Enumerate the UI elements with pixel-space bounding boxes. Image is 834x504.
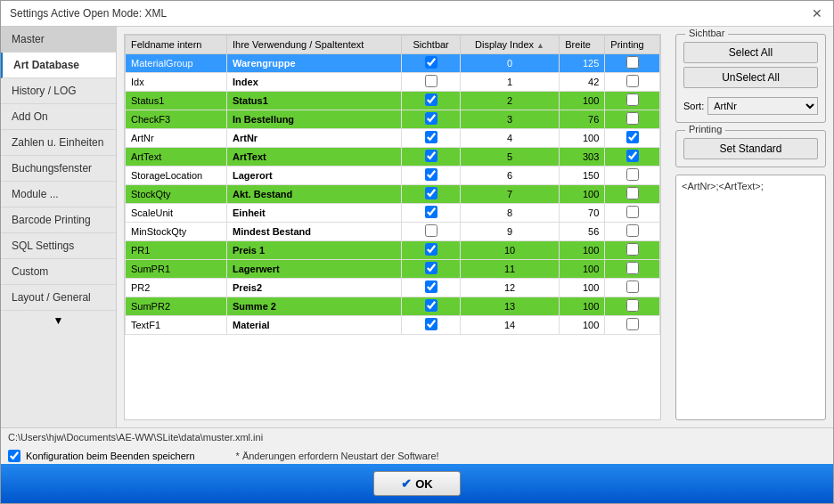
- cell-breite: 125: [560, 54, 605, 73]
- fields-table: Feldname intern Ihre Verwendung / Spalte…: [125, 35, 660, 335]
- cell-verwendung: Lagerort: [227, 167, 402, 185]
- set-standard-button[interactable]: Set Standard: [683, 138, 818, 159]
- sichtbar-checkbox[interactable]: [425, 168, 437, 181]
- table-row[interactable]: StorageLocationLagerort6150: [126, 167, 660, 185]
- cell-verwendung: Akt. Bestand: [227, 185, 402, 204]
- cell-sichtbar: [402, 54, 460, 73]
- printing-checkbox[interactable]: [626, 299, 639, 312]
- table-row[interactable]: TextF1Material14100: [126, 316, 660, 335]
- printing-checkbox[interactable]: [626, 56, 639, 69]
- printing-checkbox[interactable]: [626, 93, 639, 106]
- table-row[interactable]: IdxIndex142: [126, 73, 660, 92]
- table-row[interactable]: SumPR2Summe 213100: [126, 297, 660, 316]
- cell-display-index: 2: [460, 92, 559, 110]
- ok-button[interactable]: ✔ OK: [373, 471, 461, 496]
- table-row[interactable]: PR1Preis 110100: [126, 241, 660, 260]
- sichtbar-checkbox[interactable]: [425, 150, 437, 162]
- cell-display-index: 0: [460, 54, 559, 73]
- sichtbar-checkbox[interactable]: [425, 299, 437, 312]
- sichtbar-checkbox[interactable]: [425, 224, 437, 237]
- table-row[interactable]: SumPR1Lagerwert11100: [126, 260, 660, 279]
- table-row[interactable]: StockQtyAkt. Bestand7100: [126, 185, 660, 204]
- file-path: C:\Users\hjw\Documents\AE-WW\SLite\data\…: [8, 432, 263, 443]
- printing-checkbox[interactable]: [626, 243, 639, 256]
- sidebar-scroll-down[interactable]: ▼: [1, 311, 116, 330]
- table-row[interactable]: ArtTextArtText5303: [126, 148, 660, 167]
- formula-text-area[interactable]: <ArtNr>;<ArtText>;: [675, 175, 826, 420]
- sichtbar-checkbox[interactable]: [425, 56, 437, 69]
- sidebar-item-zahlen[interactable]: Zahlen u. Einheiten: [1, 130, 116, 156]
- sort-row: Sort: ArtNr ArtText Idx MaterialGroup: [683, 97, 818, 115]
- cell-printing: [605, 279, 660, 297]
- table-row[interactable]: MaterialGroupWarengruppe0125: [126, 54, 660, 73]
- sidebar-item-custom[interactable]: Custom: [1, 259, 116, 285]
- table-row[interactable]: Status1Status12100: [126, 92, 660, 110]
- sichtbar-checkbox[interactable]: [425, 93, 437, 106]
- sidebar-item-sql[interactable]: SQL Settings: [1, 233, 116, 259]
- printing-checkbox[interactable]: [626, 224, 639, 237]
- cell-verwendung: Lagerwert: [227, 260, 402, 279]
- cell-sichtbar: [402, 297, 460, 316]
- cell-sichtbar: [402, 260, 460, 279]
- table-row[interactable]: CheckF3In Bestellung376: [126, 110, 660, 129]
- cell-display-index: 1: [460, 73, 559, 92]
- cell-breite: 70: [560, 204, 605, 223]
- sichtbar-group-label: Sichtbar: [685, 28, 728, 38]
- sichtbar-checkbox[interactable]: [425, 112, 437, 125]
- status-bar: C:\Users\hjw\Documents\AE-WW\SLite\data\…: [1, 427, 833, 446]
- printing-checkbox[interactable]: [626, 206, 639, 218]
- save-checkbox-label[interactable]: Konfiguration beim Beenden speichern: [26, 451, 195, 461]
- sichtbar-checkbox[interactable]: [425, 75, 437, 87]
- sidebar-item-history-log[interactable]: History / LOG: [1, 78, 116, 104]
- printing-checkbox[interactable]: [626, 112, 639, 125]
- sidebar-item-buchungsfenster[interactable]: Buchungsfenster: [1, 156, 116, 182]
- cell-display-index: 8: [460, 204, 559, 223]
- unselect-all-button[interactable]: UnSelect All: [683, 67, 818, 88]
- sidebar-item-add-on[interactable]: Add On: [1, 104, 116, 130]
- cell-sichtbar: [402, 223, 460, 241]
- sichtbar-checkbox[interactable]: [425, 262, 437, 274]
- cell-breite: 100: [560, 92, 605, 110]
- sidebar-item-layout[interactable]: Layout / General: [1, 285, 116, 311]
- close-button[interactable]: ✕: [810, 6, 824, 20]
- ok-button-label: OK: [415, 477, 433, 491]
- cell-verwendung: Material: [227, 316, 402, 335]
- cell-feldname: Status1: [126, 92, 227, 110]
- printing-checkbox[interactable]: [626, 131, 639, 143]
- printing-checkbox[interactable]: [626, 262, 639, 274]
- table-row[interactable]: ScaleUnitEinheit870: [126, 204, 660, 223]
- sichtbar-checkbox[interactable]: [425, 206, 437, 218]
- window-title: Settings Active Open Mode: XML: [10, 7, 167, 20]
- col-display-index: Display Index ▲: [460, 36, 559, 54]
- table-row[interactable]: PR2Preis212100: [126, 279, 660, 297]
- sort-label: Sort:: [683, 101, 704, 111]
- printing-checkbox[interactable]: [626, 150, 639, 162]
- sort-select[interactable]: ArtNr ArtText Idx MaterialGroup: [707, 97, 818, 115]
- cell-display-index: 9: [460, 223, 559, 241]
- cell-feldname: SumPR2: [126, 297, 227, 316]
- cell-printing: [605, 316, 660, 335]
- cell-printing: [605, 204, 660, 223]
- printing-checkbox[interactable]: [626, 168, 639, 181]
- sidebar-item-art-database[interactable]: Art Database: [1, 53, 116, 78]
- sidebar-item-master[interactable]: Master: [1, 27, 116, 53]
- printing-checkbox[interactable]: [626, 187, 639, 199]
- table-row[interactable]: ArtNrArtNr4100: [126, 129, 660, 148]
- data-table-container[interactable]: Feldname intern Ihre Verwendung / Spalte…: [124, 34, 661, 420]
- printing-checkbox[interactable]: [626, 75, 639, 87]
- sidebar-item-barcode[interactable]: Barcode Printing: [1, 207, 116, 233]
- save-checkbox[interactable]: [8, 450, 20, 462]
- select-all-button[interactable]: Select All: [683, 42, 818, 63]
- sichtbar-checkbox[interactable]: [425, 318, 437, 330]
- printing-checkbox[interactable]: [626, 318, 639, 330]
- col-printing: Printing: [605, 36, 660, 54]
- sidebar-item-module[interactable]: Module ...: [1, 182, 116, 207]
- sichtbar-checkbox[interactable]: [425, 280, 437, 293]
- sichtbar-checkbox[interactable]: [425, 187, 437, 199]
- cell-printing: [605, 223, 660, 241]
- sichtbar-checkbox[interactable]: [425, 131, 437, 143]
- sichtbar-group: Sichtbar Select All UnSelect All Sort: A…: [675, 34, 826, 123]
- sichtbar-checkbox[interactable]: [425, 243, 437, 256]
- printing-checkbox[interactable]: [626, 280, 639, 293]
- table-row[interactable]: MinStockQtyMindest Bestand956: [126, 223, 660, 241]
